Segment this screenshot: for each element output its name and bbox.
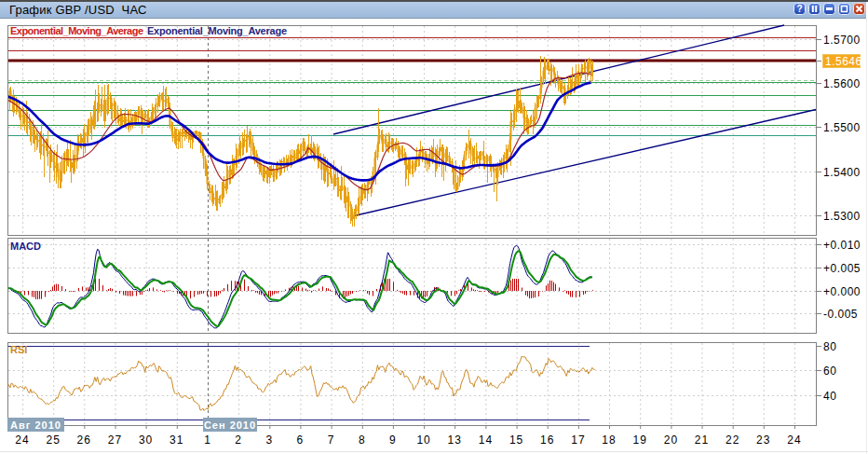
svg-text:24: 24 xyxy=(15,433,29,447)
svg-text:80: 80 xyxy=(823,340,836,353)
svg-text:16: 16 xyxy=(540,433,554,447)
svg-text:1.5700: 1.5700 xyxy=(823,34,861,47)
svg-text:10: 10 xyxy=(416,433,430,447)
svg-text:+0.010: +0.010 xyxy=(823,239,861,252)
svg-text:23: 23 xyxy=(756,433,770,447)
svg-text:Авг 2010: Авг 2010 xyxy=(10,420,61,431)
svg-text:6: 6 xyxy=(297,433,305,447)
svg-text:-0.005: -0.005 xyxy=(823,308,858,321)
svg-text:1.5646: 1.5646 xyxy=(825,55,862,68)
svg-text:27: 27 xyxy=(108,433,122,447)
svg-text:30: 30 xyxy=(139,433,153,447)
svg-text:1: 1 xyxy=(204,433,211,447)
svg-text:21: 21 xyxy=(695,433,709,447)
svg-text:1.5500: 1.5500 xyxy=(823,121,861,134)
svg-text:26: 26 xyxy=(77,433,91,447)
svg-text:9: 9 xyxy=(389,433,397,447)
svg-text:+0.000: +0.000 xyxy=(823,285,861,298)
svg-text:1.5600: 1.5600 xyxy=(823,77,861,90)
svg-text:Exponential_Moving_Average: Exponential_Moving_Average xyxy=(147,25,287,36)
svg-text:2: 2 xyxy=(235,433,242,447)
svg-text:19: 19 xyxy=(633,433,647,447)
svg-text:14: 14 xyxy=(479,433,493,447)
svg-text:31: 31 xyxy=(170,433,183,447)
svg-text:+0.005: +0.005 xyxy=(823,262,861,275)
svg-text:8: 8 xyxy=(359,433,366,447)
svg-text:Exponential_Moving_Average: Exponential_Moving_Average xyxy=(10,25,143,36)
svg-text:1.5300: 1.5300 xyxy=(823,210,861,223)
svg-text:17: 17 xyxy=(571,433,585,447)
svg-text:7: 7 xyxy=(328,433,335,447)
svg-text:60: 60 xyxy=(823,365,836,378)
svg-text:1.5400: 1.5400 xyxy=(823,166,861,179)
svg-text:RSI: RSI xyxy=(10,344,27,355)
svg-text:MACD: MACD xyxy=(10,241,41,252)
svg-text:Сен 2010: Сен 2010 xyxy=(204,420,256,431)
svg-text:18: 18 xyxy=(602,433,616,447)
svg-text:25: 25 xyxy=(47,433,61,447)
svg-text:15: 15 xyxy=(509,433,523,447)
svg-text:40: 40 xyxy=(823,390,836,403)
svg-text:13: 13 xyxy=(448,433,462,447)
svg-text:24: 24 xyxy=(787,433,801,447)
svg-text:22: 22 xyxy=(726,433,739,447)
svg-text:20: 20 xyxy=(664,433,678,447)
svg-text:3: 3 xyxy=(265,433,273,447)
